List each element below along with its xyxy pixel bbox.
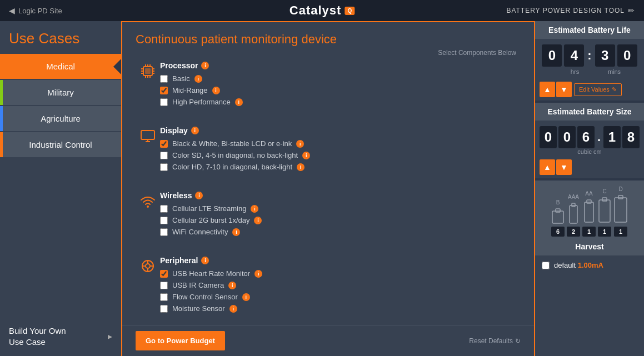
- peripheral-hr-checkbox[interactable]: [160, 270, 168, 278]
- peripheral-moisture-checkbox[interactable]: [160, 305, 168, 313]
- edit-values-button[interactable]: Edit Values ✎: [574, 83, 622, 96]
- size-d2: 6: [577, 126, 595, 148]
- peripheral-hr-row: USB Heart Rate Monitor i: [160, 269, 521, 278]
- battery-life-up-btn[interactable]: ▲: [540, 82, 555, 97]
- bw-info-icon[interactable]: i: [296, 140, 304, 148]
- hr-info-icon[interactable]: i: [254, 270, 262, 278]
- sidebar-title: Use Cases: [0, 21, 121, 54]
- battery-C-icon: [598, 195, 611, 225]
- catalyst-badge: Q: [345, 7, 355, 15]
- back-arrow-icon: ◀: [9, 6, 15, 15]
- processor-midrange-checkbox[interactable]: [160, 87, 168, 94]
- processor-midrange-label: Mid-Range: [172, 86, 208, 94]
- back-link[interactable]: ◀ Logic PD Site: [9, 6, 62, 15]
- peripheral-title: Peripheral i: [160, 256, 521, 265]
- logo-area: Catalyst Q: [289, 3, 355, 18]
- wireless-2g-checkbox[interactable]: [160, 217, 168, 224]
- color-bar-agriculture: [0, 106, 3, 131]
- moisture-info-icon[interactable]: i: [229, 305, 237, 313]
- wireless-lte-checkbox[interactable]: [160, 205, 168, 213]
- colorhd-info-icon[interactable]: i: [297, 163, 304, 171]
- display-body: Display i Black & White, Bi-stable LCD o…: [160, 126, 521, 174]
- peripheral-flow-checkbox[interactable]: [160, 293, 168, 301]
- wireless-info-icon[interactable]: i: [195, 192, 203, 199]
- battery-size-down-btn[interactable]: ▼: [556, 159, 572, 175]
- harvest-label: default 1.00mA: [554, 261, 603, 269]
- svg-rect-14: [141, 131, 154, 139]
- processor-basic-checkbox[interactable]: [160, 75, 168, 83]
- wifi-info-icon[interactable]: i: [232, 228, 240, 236]
- sidebar-item-medical[interactable]: Medical: [0, 54, 121, 79]
- wireless-wifi-label: WiFi Connectivity: [172, 228, 228, 236]
- harvest-checkbox[interactable]: [542, 262, 550, 269]
- battery-size-display: 0 0 6 . 1 8: [535, 121, 644, 148]
- tool-name-label: BATTERY POWER DESIGN TOOL: [506, 7, 625, 14]
- color-bar-medical: [0, 54, 3, 79]
- main-layout: Use Cases Medical Military Agriculture I…: [0, 21, 644, 356]
- power-budget-button[interactable]: Go to Power Budget: [136, 331, 225, 350]
- wireless-2g-label: Cellular 2G burst 1x/day: [172, 216, 249, 224]
- peripheral-info-icon[interactable]: i: [201, 257, 209, 264]
- color-bar-military: [0, 80, 3, 105]
- battery-size-up-btn[interactable]: ▲: [540, 159, 555, 175]
- display-colorhd-checkbox[interactable]: [160, 163, 168, 171]
- battery-D-icon: [613, 193, 628, 225]
- display-info-icon[interactable]: i: [191, 127, 199, 134]
- catalyst-logo: Catalyst: [289, 3, 342, 18]
- military-button[interactable]: Military: [0, 80, 121, 105]
- display-colorsd-checkbox[interactable]: [160, 152, 168, 159]
- peripheral-flow-row: Flow Control Sensor i: [160, 293, 521, 301]
- processor-basic-row: Basic i: [160, 74, 521, 83]
- battery-life-colon: :: [586, 48, 592, 63]
- build-own-area[interactable]: Build Your Own Use Case ▸: [0, 317, 121, 356]
- right-panel: Estimated Battery Life 0 4 : 3 0 hrs min…: [534, 21, 644, 356]
- sidebar-item-agriculture[interactable]: Agriculture: [0, 106, 121, 131]
- peripheral-flow-label: Flow Control Sensor: [172, 293, 238, 301]
- colorsd-info-icon[interactable]: i: [302, 152, 310, 159]
- battery-life-arrow-group: ▲ ▼: [540, 82, 572, 97]
- peripheral-moisture-row: Moisture Sensor i: [160, 304, 521, 313]
- peripheral-camera-checkbox[interactable]: [160, 282, 168, 289]
- battery-size-controls: ▲ ▼: [535, 157, 644, 178]
- battery-size-section: Estimated Battery Size 0 0 6 . 1 8 cubic…: [535, 103, 644, 178]
- svg-rect-26: [599, 200, 610, 222]
- reset-defaults-button[interactable]: Reset Defaults ↻: [469, 337, 521, 345]
- svg-rect-23: [572, 203, 575, 207]
- display-colorsd-row: Color SD, 4-5 in diagonal, no back-light…: [160, 151, 521, 159]
- 2g-info-icon[interactable]: i: [254, 217, 262, 224]
- display-bw-checkbox[interactable]: [160, 140, 168, 148]
- highperf-info-icon[interactable]: i: [235, 98, 243, 106]
- display-bw-label: Black & White, Bi-stable LCD or e-ink: [172, 139, 292, 148]
- svg-point-17: [147, 205, 149, 208]
- processor-highperf-row: High Performance i: [160, 98, 521, 106]
- wireless-section: Wireless i Cellular LTE Streaming i Cell…: [136, 191, 521, 246]
- battery-icons-row: B 6 AAA 2: [540, 186, 640, 238]
- peripheral-body: Peripheral i USB Heart Rate Monitor i US…: [160, 256, 521, 316]
- monitor-icon: [136, 126, 160, 145]
- svg-rect-1: [145, 68, 151, 74]
- size-d0: 0: [540, 126, 557, 148]
- lte-info-icon[interactable]: i: [251, 205, 258, 213]
- content-scroll-area[interactable]: Processor i Basic i Mid-Range i: [122, 61, 534, 328]
- chip-icon: [136, 61, 160, 80]
- processor-info-icon[interactable]: i: [201, 62, 209, 69]
- basic-info-icon[interactable]: i: [194, 75, 202, 83]
- flow-info-icon[interactable]: i: [242, 293, 250, 301]
- battery-B-icon: [551, 207, 565, 225]
- battery-life-d1: 4: [564, 44, 584, 67]
- midrange-info-icon[interactable]: i: [212, 87, 220, 94]
- sidebar-item-military[interactable]: Military: [0, 80, 121, 105]
- industrial-button[interactable]: Industrial Control: [0, 132, 121, 157]
- battery-life-controls: ▲ ▼ Edit Values ✎: [535, 78, 644, 101]
- processor-highperf-checkbox[interactable]: [160, 98, 168, 106]
- camera-info-icon[interactable]: i: [228, 282, 236, 289]
- wireless-wifi-checkbox[interactable]: [160, 228, 168, 236]
- battery-AA: AA 1: [582, 190, 596, 237]
- pencil-icon: ✏: [628, 6, 635, 15]
- processor-basic-label: Basic: [172, 74, 190, 83]
- sidebar-item-industrial[interactable]: Industrial Control: [0, 132, 121, 157]
- battery-life-down-btn[interactable]: ▼: [556, 82, 572, 97]
- display-colorhd-row: Color HD, 7-10 in diagonal, back-light i: [160, 163, 521, 171]
- agriculture-button[interactable]: Agriculture: [0, 106, 121, 131]
- medical-button[interactable]: Medical: [0, 54, 121, 79]
